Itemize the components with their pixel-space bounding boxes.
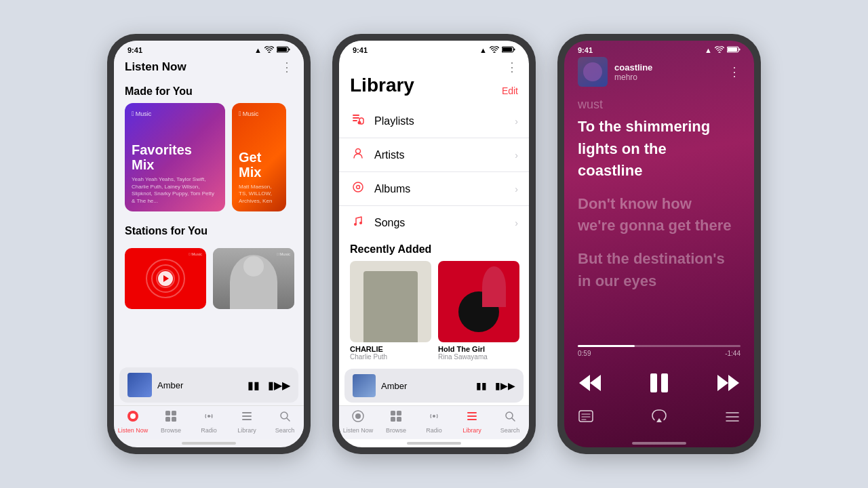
pause-button[interactable] bbox=[647, 371, 671, 395]
signal-icon-1: ▲ bbox=[254, 46, 262, 54]
wifi-icon-3 bbox=[715, 46, 724, 54]
status-icons-3: ▲ bbox=[705, 46, 741, 54]
progress-track[interactable] bbox=[578, 345, 741, 347]
svg-rect-18 bbox=[353, 115, 359, 116]
lyrics-section: wust To the shimmering lights on the coa… bbox=[578, 98, 741, 345]
listen-now-title: Listen Now bbox=[125, 60, 186, 74]
tab-library[interactable]: Library bbox=[228, 410, 266, 434]
lyrics-button[interactable] bbox=[578, 409, 594, 428]
albums-label: Albums bbox=[374, 183, 410, 195]
mini-song-name-1: Amber bbox=[157, 380, 242, 390]
lyric-prev: wust bbox=[578, 98, 741, 112]
listen-now-menu[interactable]: ⋮ bbox=[281, 60, 293, 75]
airplay-button[interactable] bbox=[651, 409, 667, 428]
tab-library-2[interactable]: Library bbox=[453, 410, 491, 434]
made-for-you-row:  Music FavoritesMix Yeah Yeah Yeahs, Ta… bbox=[114, 103, 304, 211]
rina-album-artist: Rina Sawayama bbox=[438, 353, 519, 361]
svg-marker-50 bbox=[717, 375, 728, 391]
svg-rect-38 bbox=[467, 412, 477, 413]
search-tab-icon-2 bbox=[504, 410, 516, 426]
play-triangle-icon bbox=[163, 275, 169, 282]
library-menu-icon[interactable]: ⋮ bbox=[506, 60, 518, 75]
battery-icon-3 bbox=[727, 46, 741, 54]
tab-search[interactable]: Search bbox=[266, 410, 304, 434]
status-bar-3: 9:41 ▲ bbox=[564, 41, 754, 57]
library-tab-icon bbox=[241, 410, 253, 426]
artist-station-card[interactable]:  Music bbox=[213, 248, 294, 309]
browse-tab-label-2: Browse bbox=[386, 427, 406, 434]
rewind-button[interactable] bbox=[578, 372, 602, 394]
progress-section: 0:59 -1:44 bbox=[578, 345, 741, 363]
progress-times: 0:59 -1:44 bbox=[578, 350, 741, 357]
forward-button[interactable] bbox=[716, 372, 741, 394]
lyric-inactive-line-1: Don't know how bbox=[578, 195, 741, 214]
lyric-inactive-line-4: in our eyes bbox=[578, 272, 741, 291]
tab-browse[interactable]: Browse bbox=[152, 410, 190, 434]
svg-rect-44 bbox=[728, 47, 737, 52]
svg-rect-20 bbox=[353, 120, 357, 121]
svg-rect-40 bbox=[467, 419, 477, 420]
listen-now-tab-icon bbox=[127, 410, 139, 426]
artists-chevron: › bbox=[515, 150, 518, 161]
library-item-songs[interactable]: Songs › bbox=[339, 206, 529, 235]
library-item-artists[interactable]: Artists › bbox=[339, 138, 529, 172]
favorites-mix-card[interactable]:  Music FavoritesMix Yeah Yeah Yeahs, Ta… bbox=[125, 103, 225, 211]
library-edit-button[interactable]: Edit bbox=[502, 85, 518, 96]
apple-music-logo-1:  Music bbox=[132, 110, 218, 117]
get-mix-card[interactable]:  Music GetMix Matt Maeson, TS, WILLOW, … bbox=[232, 103, 286, 211]
mini-pause-icon-1[interactable]: ▮▮ bbox=[248, 379, 260, 392]
svg-rect-19 bbox=[353, 117, 359, 119]
status-bar-2: 9:41 ▲ bbox=[339, 41, 529, 57]
browse-tab-icon-2 bbox=[390, 410, 402, 426]
mini-skip-icon-2[interactable]: ▮▶▶ bbox=[495, 380, 515, 391]
mini-song-name-2: Amber bbox=[381, 381, 471, 391]
tab-listen-now-2[interactable]: Listen Now bbox=[339, 410, 377, 434]
search-tab-label-2: Search bbox=[500, 427, 520, 434]
search-tab-icon bbox=[279, 410, 291, 426]
svg-point-23 bbox=[356, 149, 361, 154]
tab-radio-2[interactable]: Radio bbox=[415, 410, 453, 434]
svg-rect-36 bbox=[397, 417, 401, 422]
svg-rect-10 bbox=[242, 412, 252, 413]
np-more-button[interactable]: ⋮ bbox=[728, 64, 741, 79]
library-title: Library bbox=[350, 75, 414, 96]
lyric-inactive-line-3: But the destination's bbox=[578, 249, 741, 269]
svg-point-26 bbox=[354, 223, 357, 226]
status-icons-1: ▲ bbox=[254, 46, 290, 54]
apple-music-logo-2:  Music bbox=[239, 110, 279, 117]
progress-current: 0:59 bbox=[578, 350, 591, 357]
library-item-playlists[interactable]: Playlists › bbox=[339, 104, 529, 138]
library-header: ⋮ bbox=[339, 57, 529, 75]
tab-listen-now[interactable]: Listen Now bbox=[114, 410, 152, 434]
rina-album-name: Hold The Girl bbox=[438, 345, 519, 353]
tab-radio[interactable]: Radio bbox=[190, 410, 228, 434]
made-for-you-label: Made for You bbox=[114, 80, 304, 103]
recently-added-title: Recently Added bbox=[339, 235, 529, 261]
library-list: Playlists › Artists › Albums › bbox=[339, 104, 529, 235]
tab-browse-2[interactable]: Browse bbox=[377, 410, 415, 434]
svg-point-37 bbox=[433, 415, 435, 418]
album-card-rina[interactable]: Hold The Girl Rina Sawayama bbox=[438, 261, 519, 361]
library-tab-label-2: Library bbox=[462, 427, 481, 434]
playlists-icon bbox=[350, 113, 366, 129]
np-song-info: coastline mehro ⋮ bbox=[578, 57, 741, 87]
radio-station-card[interactable]:  Music bbox=[125, 248, 206, 309]
svg-rect-11 bbox=[242, 415, 252, 417]
mini-player-2[interactable]: Amber ▮▮ ▮▶▶ bbox=[344, 369, 524, 403]
svg-point-24 bbox=[353, 182, 363, 192]
tab-search-2[interactable]: Search bbox=[491, 410, 529, 434]
phone-listen-now: 9:41 ▲ Listen Now ⋮ Made for You bbox=[107, 34, 311, 454]
mini-player-1[interactable]: Amber ▮▮ ▮▶▶ bbox=[119, 367, 298, 403]
mini-pause-icon-2[interactable]: ▮▮ bbox=[476, 380, 487, 391]
library-item-albums[interactable]: Albums › bbox=[339, 172, 529, 206]
album-card-charlie[interactable]: CHARLIE Charlie Puth bbox=[350, 261, 431, 361]
albums-icon bbox=[350, 181, 366, 197]
radio-play-button[interactable] bbox=[158, 271, 173, 286]
svg-rect-39 bbox=[467, 415, 477, 417]
svg-rect-7 bbox=[165, 417, 170, 422]
mini-skip-icon-1[interactable]: ▮▶▶ bbox=[268, 379, 290, 392]
now-playing-content: coastline mehro ⋮ wust To the shimmering… bbox=[564, 57, 754, 439]
recently-added-grid: CHARLIE Charlie Puth Hold The Girl Rina … bbox=[339, 261, 529, 361]
wifi-icon-2 bbox=[490, 46, 499, 54]
queue-button[interactable] bbox=[724, 409, 741, 428]
